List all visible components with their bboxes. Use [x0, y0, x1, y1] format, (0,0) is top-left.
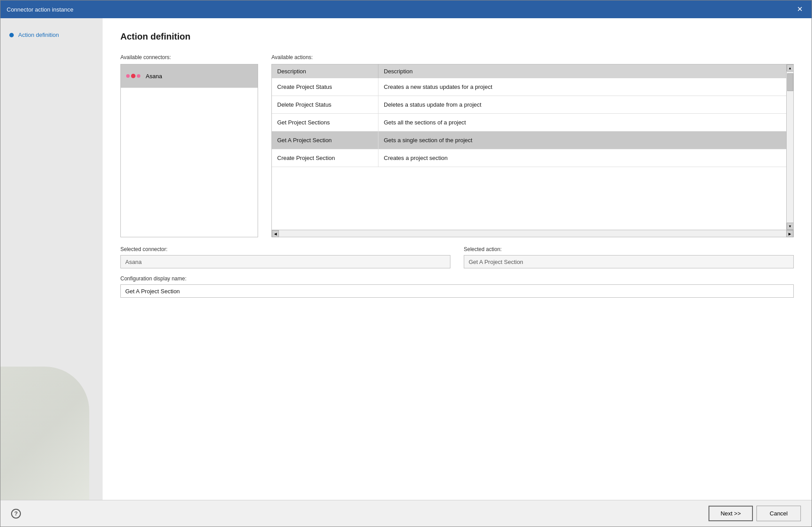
action-name: Get A Project Section	[272, 132, 378, 149]
selected-connector-input[interactable]	[120, 255, 450, 268]
action-name: Get Project Sections	[272, 114, 378, 131]
actions-table: Description Description Create Project S…	[271, 64, 794, 237]
selected-action-input[interactable]	[464, 255, 794, 268]
table-row[interactable]: Get Project Sections Gets all the sectio…	[272, 114, 786, 132]
scroll-thumb[interactable]	[787, 73, 793, 91]
config-name-section: Configuration display name:	[120, 275, 794, 298]
content-area: Action definition Available connectors:	[103, 18, 812, 500]
header-cell-description1: Description	[272, 64, 378, 78]
table-row-selected[interactable]: Get A Project Section Gets a single sect…	[272, 132, 786, 149]
actions-label: Available actions:	[271, 54, 794, 60]
header-cell-description2: Description	[378, 64, 786, 78]
title-bar: Connector action instance ✕	[0, 0, 812, 18]
sidebar-decoration	[0, 367, 89, 500]
scroll-up-button[interactable]: ▲	[787, 64, 794, 72]
page-title: Action definition	[120, 32, 794, 42]
action-description: Creates a project section	[378, 149, 786, 167]
action-description: Creates a new status updates for a proje…	[378, 78, 786, 96]
action-name: Create Project Status	[272, 78, 378, 96]
sidebar: Action definition	[0, 18, 103, 500]
selected-connector-col: Selected connector:	[120, 246, 450, 268]
config-name-input[interactable]	[120, 284, 794, 298]
scroll-left-button[interactable]: ◀	[272, 230, 279, 237]
close-button[interactable]: ✕	[794, 5, 805, 14]
selected-connector-label: Selected connector:	[120, 246, 450, 252]
main-window: Connector action instance ✕ Action defin…	[0, 0, 812, 527]
footer-buttons: Next >> Cancel	[709, 506, 801, 521]
h-scroll-track	[279, 230, 786, 237]
asana-icon	[125, 68, 141, 84]
footer: ? Next >> Cancel	[0, 500, 812, 527]
action-name: Create Project Section	[272, 149, 378, 167]
asana-logo	[126, 74, 140, 78]
table-body[interactable]: Description Description Create Project S…	[272, 64, 786, 230]
action-description: Deletes a status update from a project	[378, 96, 786, 113]
asana-dot-right	[137, 74, 140, 78]
table-with-scrollbar: Description Description Create Project S…	[272, 64, 793, 230]
actions-column: Available actions: Description Descripti…	[271, 54, 794, 237]
asana-dots	[126, 74, 140, 78]
selected-action-label: Selected action:	[464, 246, 794, 252]
selected-action-col: Selected action:	[464, 246, 794, 268]
vertical-scrollbar[interactable]: ▲ ▼	[786, 64, 793, 230]
help-button[interactable]: ?	[11, 509, 21, 519]
scroll-right-button[interactable]: ▶	[786, 230, 793, 237]
table-row[interactable]: Delete Project Status Deletes a status u…	[272, 96, 786, 114]
action-description: Gets a single section of the project	[378, 132, 786, 149]
connectors-column: Available connectors:	[120, 54, 258, 237]
table-row[interactable]: Create Project Section Creates a project…	[272, 149, 786, 167]
connector-item-asana[interactable]: Asana	[121, 64, 258, 88]
table-row[interactable]: Create Project Status Creates a new stat…	[272, 78, 786, 96]
two-column-layout: Available connectors:	[120, 54, 794, 237]
connector-name-asana: Asana	[146, 73, 162, 80]
horizontal-scrollbar[interactable]: ◀ ▶	[272, 230, 793, 237]
sidebar-dot-icon	[9, 33, 14, 37]
cancel-button[interactable]: Cancel	[756, 506, 801, 521]
connectors-list[interactable]: Asana	[120, 64, 258, 237]
action-description: Gets all the sections of a project	[378, 114, 786, 131]
connectors-label: Available connectors:	[120, 54, 258, 60]
config-name-label: Configuration display name:	[120, 275, 794, 282]
window-title: Connector action instance	[7, 6, 73, 13]
scroll-down-button[interactable]: ▼	[787, 223, 794, 230]
action-name: Delete Project Status	[272, 96, 378, 113]
sidebar-item-action-definition[interactable]: Action definition	[0, 27, 103, 43]
asana-dot-left	[126, 74, 130, 78]
asana-dot-center	[131, 74, 135, 78]
main-content: Action definition Action definition Avai…	[0, 18, 812, 500]
sidebar-item-label: Action definition	[18, 32, 59, 38]
selected-fields-row: Selected connector: Selected action:	[120, 246, 794, 268]
next-button[interactable]: Next >>	[709, 506, 753, 521]
table-header: Description Description	[272, 64, 786, 78]
